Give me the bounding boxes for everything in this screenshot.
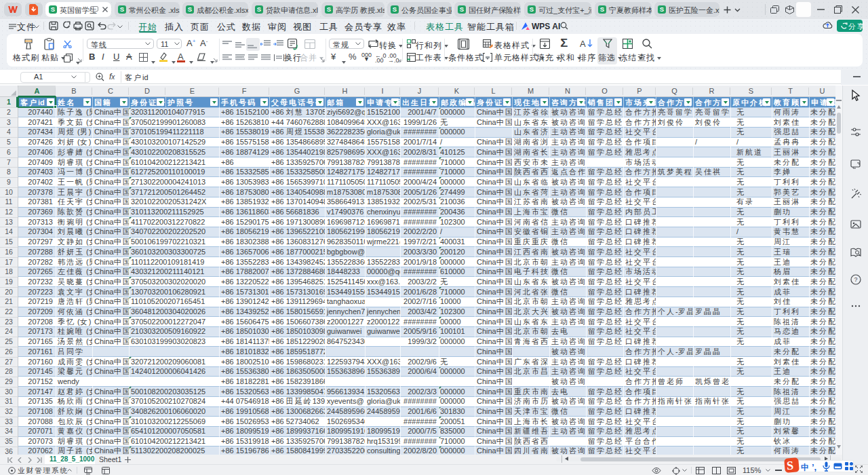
svg-text:?: ? bbox=[854, 276, 857, 283]
